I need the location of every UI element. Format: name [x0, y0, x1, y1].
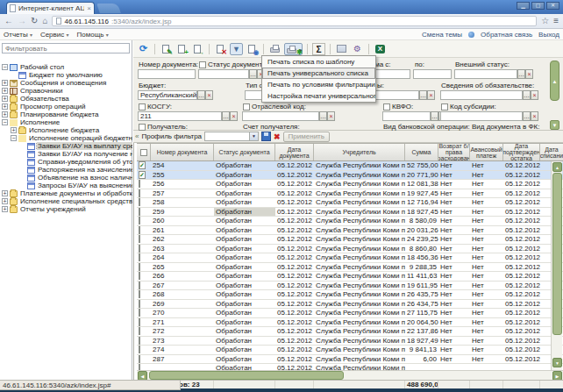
collapse-filter-icon[interactable]: « [135, 132, 139, 140]
table-row[interactable]: ✓255Обработан05.12.2012Служба Республики… [137, 171, 563, 181]
row-checkbox[interactable] [139, 337, 140, 345]
column-header-founder[interactable]: Учредитель [314, 144, 405, 160]
print-menu-item-1[interactable]: Печать списка по шаблону [262, 56, 375, 68]
tab-close-icon[interactable]: × [87, 5, 91, 12]
table-row[interactable]: 273Обработан05.12.2012Служба Республики … [137, 337, 563, 346]
menu-item-2[interactable]: Сервис ▾ [40, 31, 69, 39]
table-row[interactable]: 265Обработан05.12.2012Служба Республики … [137, 263, 563, 273]
menu-item-1[interactable]: Отчеты ▾ [4, 31, 32, 39]
column-header-num[interactable]: Номер документа [151, 144, 214, 160]
row-checkbox[interactable] [139, 180, 140, 188]
logout-link[interactable]: Выход [538, 31, 559, 39]
chevron-down-icon[interactable]: ▼ [249, 132, 258, 140]
table-row[interactable]: 269Обработан05.12.2012Служба Республики … [137, 300, 563, 310]
column-header-status[interactable]: Статус документа [214, 144, 275, 160]
browser-tab[interactable]: Интернет-клиент АЦ × [6, 2, 95, 14]
expand-icon[interactable]: + [11, 127, 17, 133]
sidebar-item-19[interactable]: +Отчеты учреждений [0, 205, 132, 213]
vertical-scroll-thumb[interactable] [552, 173, 562, 335]
industry-code-lookup-button[interactable]: … [319, 111, 327, 121]
settings-icon[interactable]: ⚙ [351, 43, 364, 55]
covered-field-clear-button[interactable]: × [427, 90, 435, 100]
kvfo-lookup-button[interactable]: … [431, 111, 438, 121]
sidebar-item-9[interactable]: +Исполнение бюджета [0, 126, 132, 134]
menu-item-3[interactable]: Помощь ▾ [77, 31, 109, 39]
expand-icon[interactable]: + [2, 190, 8, 196]
collapse-icon[interactable]: − [11, 135, 17, 141]
edit-document-icon[interactable]: ✎ [160, 43, 173, 55]
minimize-button[interactable]: ▁ [517, 2, 530, 10]
refresh-icon[interactable]: ⟳ [137, 43, 150, 55]
delete-profile-icon[interactable]: ✖ [274, 132, 281, 141]
home-icon[interactable]: ⌂ [42, 17, 47, 25]
sidebar-item-6[interactable]: +Просмотр операций [0, 103, 132, 110]
row-checkbox[interactable] [139, 272, 140, 280]
budget-input[interactable]: Республиканский бюджет Республик [138, 90, 197, 100]
sidebar-item-7[interactable]: +Планирование бюджета [0, 110, 132, 118]
scroll-down-icon[interactable]: ▼ [552, 358, 562, 367]
apply-filter-button[interactable]: Применить [283, 132, 330, 142]
save-profile-icon[interactable] [261, 132, 271, 141]
row-checkbox[interactable] [139, 217, 140, 225]
copy-document-icon[interactable]: → [191, 43, 204, 55]
change-theme-link[interactable]: Смена темы [422, 31, 462, 39]
table-row[interactable]: 256Обработан05.12.2012Служба Республики … [137, 180, 563, 189]
feedback-link[interactable]: Обратная связь [481, 31, 532, 39]
column-header-advance[interactable]: Авансовый платеж [470, 144, 503, 160]
collapse-icon[interactable]: − [2, 119, 8, 125]
row-checkbox[interactable] [139, 327, 140, 335]
preview-document-icon[interactable]: ◉ [246, 43, 259, 55]
scroll-up-icon[interactable]: ▲ [552, 162, 562, 172]
print-menu-item-2[interactable]: Печать универсального списка [262, 68, 375, 79]
sidebar-item-16[interactable]: Запросы БУ/АУ на выяснение принадлежност… [0, 182, 132, 189]
expand-icon[interactable]: + [2, 198, 8, 204]
doc-number-input[interactable] [138, 69, 196, 79]
row-checkbox[interactable] [139, 198, 140, 206]
sidebar-item-13[interactable]: Справки-уведомления об уточнении операци… [0, 158, 132, 166]
tree-filter-input[interactable] [2, 43, 130, 53]
table-row[interactable]: 257Обработан05.12.2012Служба Республики … [137, 189, 563, 199]
row-checkbox[interactable] [139, 318, 140, 326]
print-list-icon[interactable]: ✱▾ [284, 43, 303, 55]
sidebar-item-3[interactable]: +Сообщения и оповещения [0, 79, 132, 87]
row-checkbox[interactable] [139, 364, 140, 370]
horizontal-scroll-thumb[interactable] [149, 371, 344, 380]
kosgu-checkbox[interactable] [139, 103, 146, 110]
expand-icon[interactable]: + [2, 111, 8, 118]
sum-from-input[interactable] [372, 69, 410, 79]
budget-clear-button[interactable]: × [205, 90, 213, 100]
payee-checkbox[interactable] [139, 124, 146, 131]
sum-to-input[interactable] [413, 69, 452, 79]
table-row[interactable]: 271Обработан05.12.2012Служба Республики … [137, 318, 563, 328]
table-row[interactable]: 261Обработан05.12.2012Служба Республики … [137, 226, 563, 236]
excel-export-icon[interactable]: X [374, 43, 387, 55]
sidebar-item-12[interactable]: Заявки БУ/АУ на получение наличных денег [0, 150, 132, 158]
subsidy-code-lookup-button[interactable]: … [523, 111, 531, 121]
expand-icon[interactable]: + [2, 80, 8, 86]
subsidy-code-checkbox[interactable] [441, 103, 448, 110]
row-checkbox[interactable] [139, 346, 140, 353]
obligation-info-lookup-button[interactable]: … [523, 90, 531, 100]
table-row[interactable]: 262Обработан05.12.2012Служба Республики … [137, 235, 563, 245]
filter-icon[interactable]: ▼ [230, 43, 243, 55]
table-row[interactable]: 264Обработан05.12.2012Служба Республики … [137, 253, 563, 263]
doc-status-input[interactable] [198, 69, 249, 79]
bookmark-star-icon[interactable]: ☆ [541, 17, 549, 25]
industry-code-checkbox[interactable] [243, 103, 250, 110]
row-checkbox[interactable] [139, 226, 140, 234]
sidebar-item-8[interactable]: −Исполнение [0, 118, 132, 126]
print-menu-item-3[interactable]: Печать по условиям фильтрации [262, 79, 375, 90]
subsidy-code-clear-button[interactable]: × [531, 111, 538, 121]
row-checkbox[interactable]: ✓ [139, 161, 146, 169]
row-checkbox[interactable] [139, 208, 140, 216]
collapse-icon[interactable]: − [2, 64, 8, 70]
row-checkbox[interactable] [139, 309, 140, 317]
table-row[interactable]: 274Обработан05.12.2012Служба Республики … [137, 346, 563, 355]
url-input[interactable]: 46.61.145.116 :5340/azk/index.jsp [52, 16, 537, 26]
doc-status-checkbox[interactable] [199, 61, 206, 68]
sidebar-item-5[interactable]: +Обязательства [0, 95, 132, 103]
sidebar-item-15[interactable]: Объявление на взнос наличными [0, 174, 132, 182]
table-row[interactable]: 259Обработан05.12.2012Служба Республики … [137, 208, 563, 217]
maximize-button[interactable]: ▢ [531, 2, 545, 10]
sidebar-item-14[interactable]: Распоряжения на зачисление средств на л/… [0, 166, 132, 174]
